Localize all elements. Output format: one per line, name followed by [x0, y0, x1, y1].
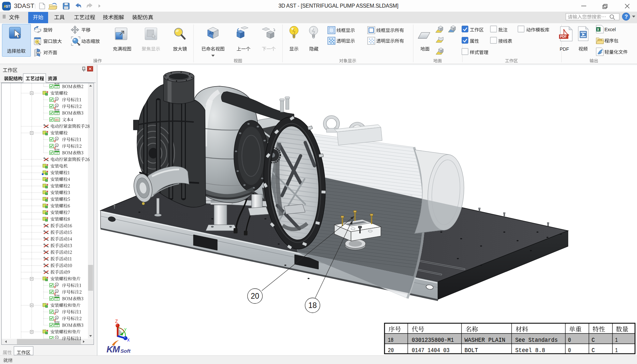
- svg-text:1: 1: [56, 104, 58, 107]
- svg-text:3DAST: 3DAST: [14, 2, 35, 9]
- svg-text:abc: abc: [55, 118, 59, 121]
- svg-text:1: 1: [56, 144, 58, 147]
- svg-text:1: 1: [56, 137, 58, 140]
- svg-text:Soft: Soft: [120, 348, 131, 354]
- svg-text:C: C: [592, 336, 595, 344]
- svg-text:X: X: [127, 338, 130, 343]
- svg-text:BOM: BOM: [54, 109, 59, 111]
- svg-text:18: 18: [308, 301, 317, 310]
- svg-text:1: 1: [56, 97, 58, 100]
- svg-text:BOM: BOM: [54, 149, 59, 151]
- svg-text:1: 1: [56, 283, 58, 286]
- svg-text:Y: Y: [124, 328, 127, 333]
- svg-text:BOM: BOM: [54, 83, 59, 85]
- svg-text:AB: AB: [209, 31, 214, 35]
- svg-text:Z: Z: [115, 319, 118, 324]
- svg-text:BOM: BOM: [54, 321, 59, 323]
- svg-text:Steel 8.8: Steel 8.8: [515, 347, 545, 354]
- svg-text:Excel: Excel: [604, 27, 616, 32]
- svg-text:BOM: BOM: [54, 294, 59, 297]
- svg-text:KM: KM: [106, 344, 120, 354]
- svg-text:BOLT: BOLT: [464, 347, 478, 354]
- svg-text:X: X: [597, 28, 600, 31]
- svg-text:ST: ST: [6, 5, 10, 8]
- svg-text:0147 1404 03: 0147 1404 03: [412, 347, 450, 354]
- svg-text:See Standards: See Standards: [515, 336, 558, 344]
- svg-text:0: 0: [568, 347, 571, 354]
- svg-text:1: 1: [56, 336, 58, 339]
- svg-text:0: 0: [568, 336, 571, 344]
- svg-text:1: 1: [615, 336, 618, 344]
- svg-text:1: 1: [615, 347, 618, 354]
- svg-text:18: 18: [388, 336, 393, 344]
- svg-text:20: 20: [251, 292, 259, 300]
- svg-text:20: 20: [388, 347, 394, 354]
- svg-text:C: C: [592, 347, 595, 354]
- svg-text:1: 1: [56, 310, 58, 313]
- svg-text:PDF: PDF: [560, 35, 567, 38]
- svg-text:WASHER PLAIN: WASHER PLAIN: [464, 336, 505, 344]
- svg-text:PDF: PDF: [560, 46, 569, 52]
- svg-text:1: 1: [56, 290, 58, 293]
- svg-text:0301235800-M1: 0301235800-M1: [412, 336, 454, 344]
- svg-text:1: 1: [56, 316, 58, 319]
- svg-text:?: ?: [625, 14, 628, 20]
